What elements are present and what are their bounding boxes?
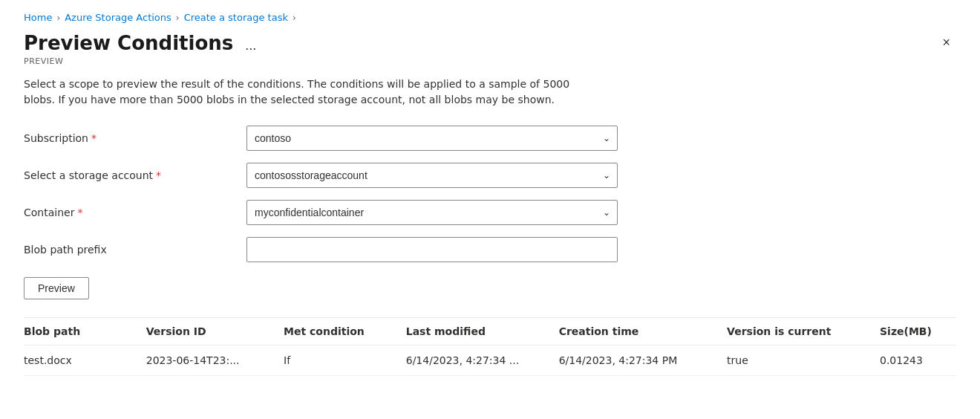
subscription-select[interactable]: contoso (246, 126, 618, 151)
breadcrumb-home[interactable]: Home (24, 12, 52, 23)
page-header: Preview Conditions ... × (24, 32, 956, 55)
results-table-container: Blob path Version ID Met condition Last … (24, 318, 956, 376)
container-label: Container* (24, 207, 246, 218)
storage-account-required: * (156, 169, 161, 181)
ellipsis-button[interactable]: ... (241, 37, 261, 53)
table-body: test.docx2023-06-14T23:...If6/14/2023, 4… (24, 345, 956, 376)
breadcrumb: Home › Azure Storage Actions › Create a … (24, 12, 956, 23)
blob-path-label: Blob path prefix (24, 244, 246, 256)
blob-path-cell: test.docx (24, 345, 146, 376)
container-select[interactable]: myconfidentialcontainer (246, 200, 618, 225)
breadcrumb-azure-storage-actions[interactable]: Azure Storage Actions (65, 12, 172, 23)
results-table: Blob path Version ID Met condition Last … (24, 318, 956, 376)
col-header-last-modified: Last modified (406, 318, 559, 345)
col-header-met-condition: Met condition (284, 318, 406, 345)
breadcrumb-sep-1: › (56, 13, 60, 23)
table-header-row: Blob path Version ID Met condition Last … (24, 318, 956, 345)
breadcrumb-sep-3: › (293, 13, 296, 23)
col-header-version-is-current: Version is current (727, 318, 880, 345)
creation-time-cell: 6/14/2023, 4:27:34 PM (559, 345, 727, 376)
col-header-size: Size(MB) (880, 318, 956, 345)
last-modified-cell: 6/14/2023, 4:27:34 ... (406, 345, 559, 376)
storage-account-select[interactable]: contososstorageaccount (246, 163, 618, 188)
blob-path-input[interactable] (246, 237, 618, 262)
close-button[interactable]: × (936, 32, 956, 53)
form-fields: Subscription* contoso ⌄ Select a storage… (24, 126, 956, 262)
table-header: Blob path Version ID Met condition Last … (24, 318, 956, 345)
breadcrumb-create-storage-task[interactable]: Create a storage task (184, 12, 288, 23)
version-id-cell: 2023-06-14T23:... (146, 345, 284, 376)
storage-account-label: Select a storage account* (24, 169, 246, 181)
container-required: * (77, 207, 82, 218)
met-condition-cell: If (284, 345, 406, 376)
storage-account-select-wrapper: contososstorageaccount ⌄ (246, 163, 618, 188)
table-row: test.docx2023-06-14T23:...If6/14/2023, 4… (24, 345, 956, 376)
subscription-required: * (91, 132, 97, 144)
col-header-blob-path: Blob path (24, 318, 146, 345)
subscription-label: Subscription* (24, 132, 246, 144)
subscription-select-wrapper: contoso ⌄ (246, 126, 618, 151)
preview-badge: PREVIEW (24, 56, 956, 66)
col-header-version-id: Version ID (146, 318, 284, 345)
col-header-creation-time: Creation time (559, 318, 727, 345)
size-cell: 0.01243 (880, 345, 956, 376)
description-text: Select a scope to preview the result of … (24, 77, 603, 108)
container-select-wrapper: myconfidentialcontainer ⌄ (246, 200, 618, 225)
title-area: Preview Conditions ... (24, 32, 261, 55)
breadcrumb-sep-2: › (176, 13, 180, 23)
page-title: Preview Conditions (24, 32, 233, 55)
version-is-current-cell: true (727, 345, 880, 376)
preview-button[interactable]: Preview (24, 277, 89, 299)
